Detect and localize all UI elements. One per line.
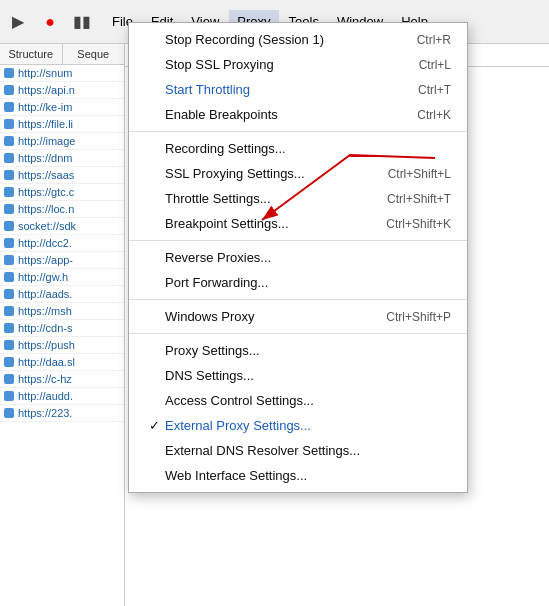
menu-item-label: Web Interface Settings... (165, 468, 451, 483)
proxy-dropdown-menu: Stop Recording (Session 1)Ctrl+RStop SSL… (128, 22, 468, 493)
dropdown-overlay: Stop Recording (Session 1)Ctrl+RStop SSL… (0, 0, 549, 606)
menu-separator (129, 131, 467, 132)
menu-item-label: Breakpoint Settings... (165, 216, 346, 231)
menu-item-label: Enable Breakpoints (165, 107, 377, 122)
check-mark: ✓ (149, 418, 163, 433)
menu-item[interactable]: Stop SSL ProxyingCtrl+L (129, 52, 467, 77)
menu-separator (129, 333, 467, 334)
menu-item[interactable]: Web Interface Settings... (129, 463, 467, 488)
menu-item-label: Proxy Settings... (165, 343, 451, 358)
menu-item-label: Access Control Settings... (165, 393, 451, 408)
menu-item-label: DNS Settings... (165, 368, 451, 383)
menu-item[interactable]: DNS Settings... (129, 363, 467, 388)
menu-item[interactable]: External DNS Resolver Settings... (129, 438, 467, 463)
menu-item-label: Start Throttling (165, 82, 378, 97)
menu-item[interactable]: Access Control Settings... (129, 388, 467, 413)
menu-item[interactable]: Breakpoint Settings...Ctrl+Shift+K (129, 211, 467, 236)
menu-item[interactable]: Windows ProxyCtrl+Shift+P (129, 304, 467, 329)
menu-item[interactable]: Proxy Settings... (129, 338, 467, 363)
menu-item-label: Reverse Proxies... (165, 250, 451, 265)
menu-item-shortcut: Ctrl+L (419, 58, 451, 72)
menu-item[interactable]: Stop Recording (Session 1)Ctrl+R (129, 27, 467, 52)
menu-item[interactable]: Port Forwarding... (129, 270, 467, 295)
menu-separator (129, 299, 467, 300)
menu-item-label: Windows Proxy (165, 309, 346, 324)
menu-item-label: External Proxy Settings... (165, 418, 451, 433)
menu-item-shortcut: Ctrl+K (417, 108, 451, 122)
menu-item-shortcut: Ctrl+Shift+L (388, 167, 451, 181)
menu-item[interactable]: Enable BreakpointsCtrl+K (129, 102, 467, 127)
menu-item[interactable]: SSL Proxying Settings...Ctrl+Shift+L (129, 161, 467, 186)
menu-item[interactable]: Start ThrottlingCtrl+T (129, 77, 467, 102)
menu-item[interactable]: ✓External Proxy Settings... (129, 413, 467, 438)
menu-item-label: Stop Recording (Session 1) (165, 32, 377, 47)
menu-item-label: Stop SSL Proxying (165, 57, 379, 72)
menu-item-shortcut: Ctrl+Shift+K (386, 217, 451, 231)
menu-item-label: Throttle Settings... (165, 191, 347, 206)
menu-item-label: External DNS Resolver Settings... (165, 443, 451, 458)
menu-item-shortcut: Ctrl+Shift+T (387, 192, 451, 206)
menu-item[interactable]: Reverse Proxies... (129, 245, 467, 270)
menu-item-label: SSL Proxying Settings... (165, 166, 348, 181)
menu-separator (129, 240, 467, 241)
menu-item[interactable]: Throttle Settings...Ctrl+Shift+T (129, 186, 467, 211)
menu-item-shortcut: Ctrl+R (417, 33, 451, 47)
menu-item-label: Recording Settings... (165, 141, 451, 156)
menu-item-label: Port Forwarding... (165, 275, 451, 290)
menu-item[interactable]: Recording Settings... (129, 136, 467, 161)
menu-item-shortcut: Ctrl+T (418, 83, 451, 97)
menu-item-shortcut: Ctrl+Shift+P (386, 310, 451, 324)
